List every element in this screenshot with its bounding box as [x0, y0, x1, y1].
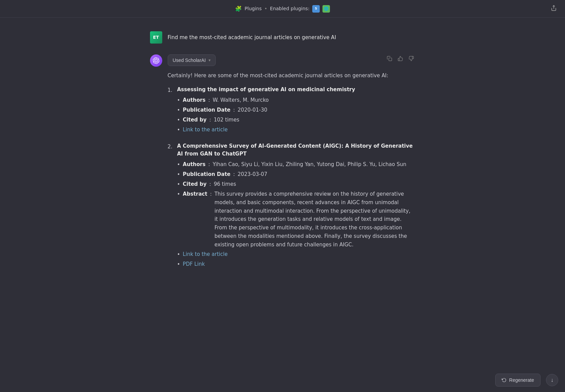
bottom-bar: Regenerate ↓ [0, 368, 565, 392]
regenerate-icon [502, 378, 506, 382]
article-pdf-link-2[interactable]: PDF Link [177, 260, 415, 268]
openai-logo-icon [153, 57, 160, 64]
article-authors-1: Authors : W. Walters, M. Murcko [177, 96, 415, 104]
action-buttons [385, 54, 415, 64]
svg-rect-1 [389, 58, 392, 61]
user-message-text: Find me the most-cited academic journal … [168, 31, 336, 42]
article-authors-2: Authors : Yihan Cao, Siyu Li, Yixin Liu,… [177, 160, 415, 169]
assistant-message: Used ScholarAI ▾ [150, 54, 415, 277]
article-meta-2: Authors : Yihan Cao, Siyu Li, Yixin Liu,… [177, 160, 415, 268]
article-meta-1: Authors : W. Walters, M. Murcko Publicat… [177, 96, 415, 134]
plugin-dropdown-button[interactable]: Used ScholarAI ▾ [168, 54, 216, 66]
article-body-1: Assessing the impact of generative AI on… [177, 86, 415, 136]
article-link-anchor-2[interactable]: Link to the article [183, 250, 228, 258]
article-item-2: A Comprehensive Survey of AI-Generated C… [168, 142, 415, 270]
assistant-content: Used ScholarAI ▾ [168, 54, 415, 277]
puzzle-icon: 🧩 [235, 4, 242, 13]
article-title-2: A Comprehensive Survey of AI-Generated C… [177, 142, 415, 158]
top-bar-actions [549, 3, 558, 14]
plugins-label: Plugins [245, 5, 262, 12]
thumbs-down-button[interactable] [407, 54, 415, 64]
user-avatar: ET [150, 31, 162, 44]
article-content: Certainly! Here are some of the most-cit… [168, 71, 415, 270]
plugins-info: 🧩 Plugins • Enabled plugins: S 🌐 [235, 4, 330, 13]
thumbs-up-button[interactable] [396, 54, 404, 64]
plugin-dropdown-label: Used ScholarAI [173, 58, 206, 63]
article-body-2: A Comprehensive Survey of AI-Generated C… [177, 142, 415, 270]
top-bar: 🧩 Plugins • Enabled plugins: S 🌐 [0, 0, 565, 18]
user-message: ET Find me the most-cited academic journ… [150, 31, 415, 44]
article-item-1: Assessing the impact of generative AI on… [168, 86, 415, 136]
assistant-header: Used ScholarAI ▾ [168, 54, 415, 71]
intro-text: Certainly! Here are some of the most-cit… [168, 71, 415, 80]
article-pubdate-2: Publication Date : 2023-03-07 [177, 170, 415, 179]
chat-container: ET Find me the most-cited academic journ… [143, 18, 422, 328]
article-pubdate-1: Publication Date : 2020-01-30 [177, 106, 415, 114]
enabled-label: Enabled plugins: [270, 5, 310, 12]
scholar-plugin-icon[interactable]: S [312, 5, 320, 13]
browser-plugin-icon[interactable]: 🌐 [322, 5, 330, 13]
separator-dot: • [264, 5, 267, 12]
chevron-down-icon: ▾ [209, 58, 211, 63]
scroll-down-button[interactable]: ↓ [546, 374, 558, 386]
article-cited-1: Cited by : 102 times [177, 116, 415, 124]
article-link-anchor-1[interactable]: Link to the article [183, 126, 228, 134]
article-cited-2: Cited by : 96 times [177, 180, 415, 189]
article-link-2[interactable]: Link to the article [177, 250, 415, 259]
abstract-text-2: This survey provides a comprehensive rev… [214, 190, 415, 249]
assistant-avatar [150, 54, 162, 67]
article-title-1: Assessing the impact of generative AI on… [177, 86, 415, 94]
copy-button[interactable] [385, 54, 394, 64]
scroll-down-icon: ↓ [551, 377, 553, 383]
article-list: Assessing the impact of generative AI on… [168, 86, 415, 270]
article-pdf-anchor-2[interactable]: PDF Link [183, 260, 205, 268]
share-button[interactable] [549, 3, 558, 14]
article-abstract-2: Abstract : This survey provides a compre… [177, 190, 415, 249]
article-link-1[interactable]: Link to the article [177, 126, 415, 134]
regenerate-button[interactable]: Regenerate [495, 374, 541, 387]
regenerate-label: Regenerate [509, 377, 534, 383]
